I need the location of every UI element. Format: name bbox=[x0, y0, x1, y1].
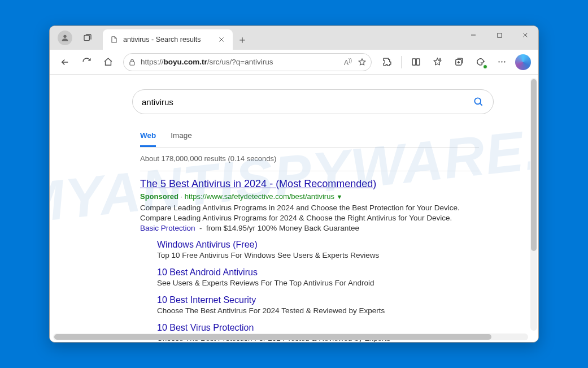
tab-close-button[interactable] bbox=[216, 34, 227, 45]
workspaces-icon bbox=[83, 33, 92, 42]
url-prefix: https:// bbox=[141, 58, 164, 66]
sitelink-title[interactable]: Windows Antivirus (Free) bbox=[157, 240, 479, 250]
browser-tab[interactable]: antivirus - Search results bbox=[103, 29, 233, 50]
more-button[interactable] bbox=[492, 53, 511, 71]
sitelink-title[interactable]: 10 Best Android Antivirus bbox=[157, 267, 479, 278]
svg-rect-5 bbox=[416, 59, 420, 65]
svg-rect-2 bbox=[497, 33, 501, 37]
titlebar-left bbox=[50, 29, 101, 50]
search-bar[interactable] bbox=[132, 89, 494, 114]
performance-button[interactable] bbox=[471, 53, 490, 71]
vertical-scrollbar[interactable] bbox=[530, 78, 537, 331]
result-url[interactable]: https://www.safetydetective.com/best/ant… bbox=[185, 192, 334, 201]
tab-web[interactable]: Web bbox=[140, 131, 156, 147]
separator-dot: · bbox=[181, 192, 185, 201]
desc-line-2: Compare Leading Antivirus Programs for 2… bbox=[140, 214, 452, 222]
search-icon[interactable] bbox=[473, 96, 484, 107]
svg-point-9 bbox=[504, 61, 505, 62]
search-tabs: Web Image bbox=[140, 128, 479, 148]
lock-icon bbox=[128, 58, 136, 66]
svg-rect-1 bbox=[84, 35, 89, 40]
home-button[interactable] bbox=[98, 53, 117, 71]
url-path: /src/us/?q=antivirus bbox=[207, 58, 273, 66]
read-aloud-icon[interactable]: A)) bbox=[344, 58, 352, 67]
address-actions: A)) bbox=[344, 58, 367, 67]
result-title-link[interactable]: The 5 Best Antivirus in 2024 - (Most Rec… bbox=[140, 178, 376, 190]
sponsored-result: The 5 Best Antivirus in 2024 - (Most Rec… bbox=[140, 171, 479, 234]
favorites-button[interactable] bbox=[428, 53, 447, 71]
svg-point-10 bbox=[474, 98, 481, 104]
svg-point-8 bbox=[501, 61, 502, 62]
page-icon bbox=[110, 35, 119, 44]
chevron-down-icon[interactable]: ▼ bbox=[337, 193, 343, 200]
result-stats: About 178,000,000 results (0.14 seconds) bbox=[140, 154, 538, 163]
copilot-icon bbox=[515, 54, 531, 70]
sponsored-badge: Sponsored bbox=[140, 192, 178, 201]
status-dot-icon bbox=[483, 64, 487, 69]
extra-text: ‎ - ‎ from $14.95/yr 100% Money Back Gua… bbox=[195, 224, 359, 232]
titlebar: antivirus - Search results bbox=[50, 26, 538, 50]
sitelink-desc: See Users & Experts Reviews For The Top … bbox=[157, 279, 479, 287]
tab-title: antivirus - Search results bbox=[123, 36, 211, 44]
sitelink-title[interactable]: 10 Best Virus Protection bbox=[157, 323, 479, 333]
maximize-button[interactable] bbox=[486, 26, 512, 44]
copilot-button[interactable] bbox=[513, 53, 533, 71]
svg-rect-3 bbox=[130, 62, 134, 65]
search-input[interactable] bbox=[142, 97, 466, 107]
extensions-button[interactable] bbox=[377, 53, 397, 71]
back-button[interactable] bbox=[55, 53, 75, 71]
window-controls bbox=[460, 26, 538, 50]
svg-point-7 bbox=[498, 61, 499, 62]
minimize-button[interactable] bbox=[460, 26, 486, 44]
svg-rect-4 bbox=[412, 59, 416, 65]
sitelink-item: Windows Antivirus (Free) Top 10 Free Ant… bbox=[157, 240, 479, 259]
sitelink-desc: Top 10 Free Antivirus For Windows See Us… bbox=[157, 251, 479, 259]
horizontal-scroll-thumb[interactable] bbox=[54, 334, 491, 340]
sponsored-line: Sponsored · https://www.safetydetective.… bbox=[140, 192, 479, 201]
split-screen-button[interactable] bbox=[406, 53, 425, 71]
sitelinks: Windows Antivirus (Free) Top 10 Free Ant… bbox=[157, 240, 479, 342]
extra-link[interactable]: Basic Protection bbox=[140, 224, 195, 232]
collections-button[interactable] bbox=[449, 53, 468, 71]
refresh-button[interactable] bbox=[77, 53, 96, 71]
favorite-icon[interactable] bbox=[358, 58, 367, 67]
sitelink-item: 10 Best Internet Security Choose The Bes… bbox=[157, 295, 479, 315]
svg-point-0 bbox=[63, 35, 66, 38]
address-url: https://boyu.com.tr/src/us/?q=antivirus bbox=[141, 58, 339, 66]
search-page: Web Image About 178,000,000 results (0.1… bbox=[50, 75, 538, 342]
viewport[interactable]: MYANTISPYWARE.COM Web Image About 178,00… bbox=[50, 75, 538, 342]
sitelink-item: 10 Best Android Antivirus See Users & Ex… bbox=[157, 267, 479, 287]
close-window-button[interactable] bbox=[512, 26, 538, 44]
vertical-scroll-thumb[interactable] bbox=[531, 79, 537, 251]
sitelink-title[interactable]: 10 Best Internet Security bbox=[157, 295, 479, 305]
sitelink-desc: Choose The Best Antivirus For 2024 Teste… bbox=[157, 306, 479, 315]
toolbar: https://boyu.com.tr/src/us/?q=antivirus … bbox=[50, 50, 538, 75]
new-tab-button[interactable] bbox=[233, 31, 252, 50]
address-bar[interactable]: https://boyu.com.tr/src/us/?q=antivirus … bbox=[123, 53, 372, 71]
toolbar-separator bbox=[401, 56, 402, 68]
tab-image[interactable]: Image bbox=[171, 131, 192, 147]
workspaces-button[interactable] bbox=[78, 29, 97, 46]
horizontal-scrollbar[interactable] bbox=[53, 334, 528, 340]
profile-button[interactable] bbox=[55, 29, 75, 46]
url-host: boyu.com.tr bbox=[164, 58, 207, 66]
profile-icon bbox=[58, 31, 72, 45]
result-description: Compare Leading Antivirus Programs in 20… bbox=[140, 203, 479, 234]
browser-window: antivirus - Search results bbox=[49, 25, 539, 343]
content-area: MYANTISPYWARE.COM Web Image About 178,00… bbox=[50, 75, 538, 342]
desc-line-1: Compare Leading Antivirus Programs in 20… bbox=[140, 204, 460, 212]
